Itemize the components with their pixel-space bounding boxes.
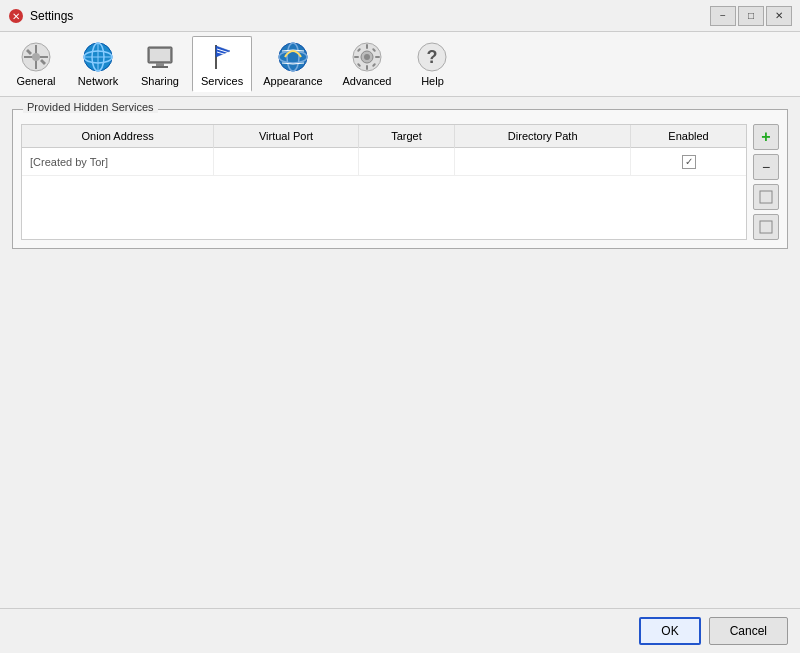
svg-rect-28 [354,56,359,58]
cell-target [358,148,455,176]
group-box-legend: Provided Hidden Services [23,101,158,113]
svg-point-20 [279,43,307,71]
advanced-icon [351,41,383,73]
cell-virtual-port [214,148,358,176]
main-content: Provided Hidden Services Onion Address V… [0,97,800,608]
toolbar-item-network[interactable]: Network [68,36,128,92]
toolbar-item-general[interactable]: General [6,36,66,92]
services-table: Onion Address Virtual Port Target Direct… [22,125,746,176]
minimize-button[interactable]: − [710,6,736,26]
col-target: Target [358,125,455,148]
side-buttons: + − [753,124,779,240]
toolbar-item-services[interactable]: Services [192,36,252,92]
col-directory-path: Directory Path [455,125,631,148]
table-header-row: Onion Address Virtual Port Target Direct… [22,125,746,148]
svg-point-5 [32,53,40,61]
cancel-button[interactable]: Cancel [709,617,788,645]
svg-rect-27 [366,65,368,70]
svg-point-25 [364,54,370,60]
footer: OK Cancel [0,608,800,653]
toolbar-item-help[interactable]: ? Help [402,36,462,92]
network-label: Network [78,75,118,87]
advanced-label: Advanced [343,75,392,87]
toolbar-item-sharing[interactable]: Sharing [130,36,190,92]
col-enabled: Enabled [631,125,746,148]
svg-marker-16 [216,46,230,57]
group-box-content: Onion Address Virtual Port Target Direct… [13,110,787,248]
general-label: General [16,75,55,87]
svg-rect-14 [152,66,168,68]
svg-rect-13 [156,63,164,66]
enabled-checkbox[interactable]: ✓ [682,155,696,169]
cell-enabled: ✓ [631,148,746,176]
table-row[interactable]: [Created by Tor] ✓ [22,148,746,176]
group-box-hidden-services: Provided Hidden Services Onion Address V… [12,109,788,249]
cell-directory-path [455,148,631,176]
services-table-wrapper: Onion Address Virtual Port Target Direct… [21,124,747,240]
title-bar: ✕ Settings − □ ✕ [0,0,800,32]
toolbar-item-advanced[interactable]: Advanced [334,36,401,92]
remove-service-button[interactable]: − [753,154,779,180]
svg-rect-37 [760,221,772,233]
svg-rect-29 [375,56,380,58]
sharing-label: Sharing [141,75,179,87]
appearance-label: Appearance [263,75,322,87]
appearance-icon [277,41,309,73]
services-label: Services [201,75,243,87]
maximize-button[interactable]: □ [738,6,764,26]
svg-text:✕: ✕ [12,11,20,22]
ok-button[interactable]: OK [639,617,700,645]
network-icon [82,41,114,73]
window-title: Settings [30,9,710,23]
col-onion-address: Onion Address [22,125,214,148]
services-icon [206,41,238,73]
window-controls: − □ ✕ [710,6,792,26]
cell-onion-address: [Created by Tor] [22,148,214,176]
add-service-button[interactable]: + [753,124,779,150]
enabled-checkbox-cell: ✓ [639,153,738,170]
svg-rect-36 [760,191,772,203]
col-virtual-port: Virtual Port [214,125,358,148]
help-icon: ? [416,41,448,73]
title-bar-icon: ✕ [8,8,24,24]
help-label: Help [421,75,444,87]
svg-rect-12 [150,49,170,61]
edit-service-button-1[interactable] [753,184,779,210]
toolbar-item-appearance[interactable]: Appearance [254,36,331,92]
svg-text:?: ? [427,47,438,67]
close-button[interactable]: ✕ [766,6,792,26]
svg-rect-26 [366,44,368,49]
sharing-icon [144,41,176,73]
edit-service-button-2[interactable] [753,214,779,240]
toolbar: General Network Sharing [0,32,800,97]
general-icon [20,41,52,73]
